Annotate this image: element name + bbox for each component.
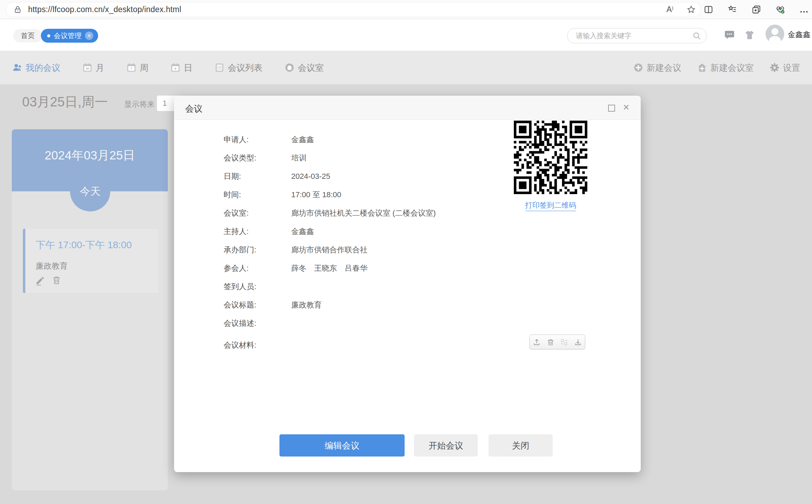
- browser-essentials-icon[interactable]: [776, 5, 785, 14]
- dialog-buttons: 编辑会议 开始会议 关闭: [174, 434, 641, 457]
- view-my-meetings[interactable]: 我的会议: [12, 62, 60, 73]
- calendar-month-icon: 30: [83, 63, 92, 72]
- room-icon: [285, 63, 294, 72]
- username[interactable]: 金鑫鑫: [788, 29, 811, 40]
- browser-chrome: https://lfcoop.com.cn/x_desktop/index.ht…: [0, 0, 812, 19]
- svg-text:8: 8: [174, 67, 176, 70]
- svg-text:30: 30: [86, 67, 89, 70]
- close-icon[interactable]: ✕: [623, 103, 630, 112]
- maximize-icon[interactable]: [608, 105, 615, 112]
- plus-circle-icon: [633, 63, 643, 72]
- favorite-star-icon[interactable]: [686, 5, 696, 14]
- view-meeting-rooms[interactable]: 会议室: [285, 62, 324, 73]
- search-input[interactable]: [575, 29, 688, 42]
- field-participants: 参会人:薛冬 王晓东 吕春华: [224, 259, 487, 277]
- field-host: 主持人:金鑫鑫: [224, 222, 487, 241]
- field-meeting-room: 会议室:廊坊市供销社机关二楼会议室 (二楼会议室): [224, 204, 487, 222]
- favorites-bar-icon[interactable]: [728, 5, 737, 14]
- settings-button[interactable]: 设置: [770, 62, 800, 73]
- list-icon: [215, 63, 224, 72]
- read-aloud-icon[interactable]: A): [666, 5, 673, 14]
- meeting-fields: 申请人:金鑫鑫 会议类型:培训 日期:2024-03-25 时间:17:00 至…: [224, 130, 487, 354]
- today-badge: 今天: [70, 171, 110, 211]
- dialog-title: 会议: [185, 103, 202, 114]
- avatar[interactable]: [766, 25, 784, 43]
- print-qr-link[interactable]: 打印签到二维码: [525, 200, 576, 211]
- delete-trash-icon[interactable]: [52, 275, 61, 285]
- field-applicant: 申请人:金鑫鑫: [224, 130, 487, 149]
- browser-menu-icon[interactable]: …: [800, 8, 809, 11]
- dialog-header[interactable]: 会议 ✕: [174, 96, 641, 120]
- date-heading: 03月25日,周一: [22, 93, 108, 111]
- event-title: 廉政教育: [36, 261, 68, 271]
- edit-meeting-button[interactable]: 编辑会议: [279, 434, 405, 457]
- lock-icon: [14, 6, 22, 14]
- active-dot-icon: [47, 34, 50, 37]
- user-icon: [12, 63, 22, 72]
- top-nav: 首页 会议管理 ✕ 金鑫鑫: [0, 19, 812, 51]
- edit-pencil-icon[interactable]: [35, 275, 45, 286]
- search-icon[interactable]: [692, 32, 701, 41]
- view-week[interactable]: 7 周: [127, 62, 148, 73]
- view-day[interactable]: 8 日: [171, 62, 192, 73]
- svg-text:7: 7: [130, 67, 132, 70]
- field-time: 时间:17:00 至 18:00: [224, 185, 487, 204]
- qr-section: 打印签到二维码: [514, 121, 587, 211]
- day-panel: 2024年03月25日 今天 下午 17:00-下午 18:00 廉政教育: [12, 129, 168, 490]
- search-box: [567, 28, 707, 43]
- meeting-detail-dialog: 会议 ✕ 申请人:金鑫鑫 会议类型:培训 日期:2024-03-25 时间:17…: [174, 96, 641, 472]
- field-date: 日期:2024-03-25: [224, 167, 487, 185]
- theme-shirt-icon[interactable]: [744, 29, 755, 41]
- field-materials: 会议材料:: [224, 336, 487, 354]
- collections-icon[interactable]: [752, 5, 761, 14]
- field-meeting-type: 会议类型:培训: [224, 149, 487, 167]
- field-department: 承办部门:廊坊市供销合作联合社: [224, 241, 487, 259]
- close-dialog-button[interactable]: 关闭: [489, 434, 553, 457]
- view-meeting-list[interactable]: 会议列表: [215, 62, 262, 73]
- materials-toolbar: [529, 334, 585, 349]
- checkin-qr-code: [514, 121, 587, 194]
- show-future-label: 显示将来: [124, 99, 155, 110]
- new-meeting-room-button[interactable]: 新建会议室: [697, 62, 754, 73]
- field-meeting-title: 会议标题:廉政教育: [224, 296, 487, 314]
- person-silhouette-icon: [766, 25, 784, 43]
- calendar-day-icon: 8: [171, 63, 180, 72]
- upload-icon[interactable]: [533, 338, 541, 346]
- new-meeting-button[interactable]: 新建会议: [633, 62, 681, 73]
- url-text[interactable]: https://lfcoop.com.cn/x_desktop/index.ht…: [28, 5, 181, 14]
- app-window: https://lfcoop.com.cn/x_desktop/index.ht…: [0, 0, 812, 504]
- view-toolbar: 我的会议 30 月 7 周: [0, 51, 812, 84]
- calendar-week-icon: 7: [127, 63, 136, 72]
- delete-material-icon[interactable]: [546, 338, 555, 346]
- replace-icon: [560, 338, 568, 346]
- gear-icon: [770, 63, 779, 72]
- address-bar[interactable]: https://lfcoop.com.cn/x_desktop/index.ht…: [6, 2, 701, 17]
- event-time: 下午 17:00-下午 18:00: [36, 238, 132, 252]
- field-checkin-people: 签到人员:: [224, 277, 487, 296]
- event-card[interactable]: 下午 17:00-下午 18:00 廉政教育: [23, 229, 158, 293]
- tab-close-icon[interactable]: ✕: [85, 32, 93, 40]
- tab-meeting-management[interactable]: 会议管理 ✕: [41, 29, 98, 43]
- house-plus-icon: [697, 63, 707, 72]
- view-month[interactable]: 30 月: [83, 62, 104, 73]
- message-icon[interactable]: [724, 29, 735, 41]
- tab-home[interactable]: 首页: [13, 29, 42, 42]
- start-meeting-button[interactable]: 开始会议: [414, 434, 478, 457]
- download-icon[interactable]: [574, 338, 582, 346]
- split-screen-icon[interactable]: [704, 5, 713, 14]
- tab-label: 会议管理: [54, 31, 81, 41]
- field-description: 会议描述:: [224, 314, 487, 332]
